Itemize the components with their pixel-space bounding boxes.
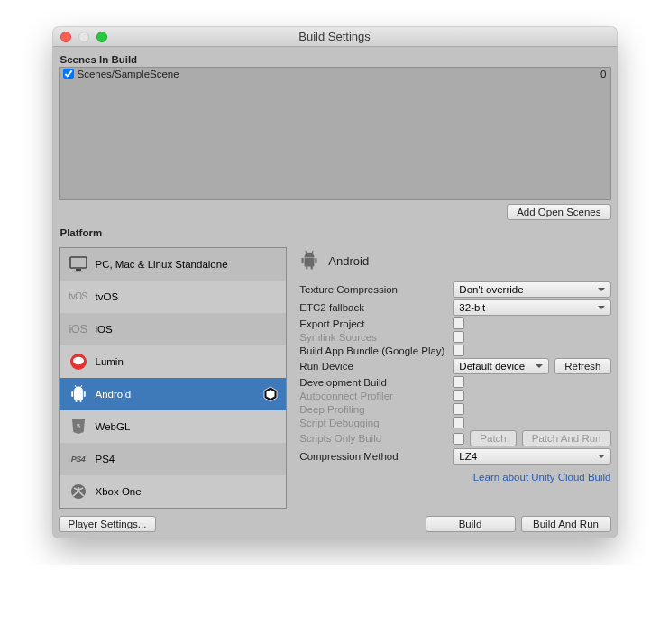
label-script-debugging: Script Debugging [299, 418, 453, 428]
svg-rect-1 [76, 269, 81, 271]
platform-item-tvos[interactable]: tvOS tvOS [60, 281, 287, 313]
platform-item-ps4[interactable]: PS4 PS4 [60, 443, 287, 475]
platform-label: tvOS [96, 291, 119, 302]
monitor-icon [67, 256, 90, 272]
scene-index: 0 [600, 69, 606, 79]
svg-rect-2 [74, 271, 83, 271]
scene-checkbox[interactable] [63, 69, 74, 79]
platform-label: Xbox One [96, 486, 142, 497]
patch-button: Patch [470, 430, 516, 446]
scene-row[interactable]: Scenes/SampleScene 0 [60, 68, 610, 80]
xbox-icon [67, 483, 90, 500]
label-compression-method: Compression Method [299, 451, 453, 462]
scene-path: Scenes/SampleScene [78, 69, 179, 79]
html5-icon: 5 [67, 418, 90, 436]
label-deep-profiling: Deep Profiling [299, 404, 453, 415]
label-run-device: Run Device [299, 361, 453, 372]
label-development-build: Development Build [299, 377, 453, 388]
cloud-build-link[interactable]: Learn about Unity Cloud Build [473, 472, 611, 483]
platform-list: PC, Mac & Linux Standalone tvOS tvOS iOS… [59, 247, 288, 509]
ps4-icon: PS4 [67, 455, 90, 464]
svg-text:5: 5 [77, 423, 80, 429]
close-icon[interactable] [60, 32, 71, 42]
dropdown-etc2-fallback[interactable]: 32-bit [453, 299, 610, 316]
checkbox-symlink-sources [453, 331, 464, 343]
build-button[interactable]: Build [426, 516, 516, 532]
platform-label: iOS [96, 324, 113, 335]
svg-rect-7 [75, 399, 77, 402]
label-export-project: Export Project [299, 318, 453, 329]
svg-line-9 [75, 385, 77, 387]
refresh-button[interactable]: Refresh [554, 358, 610, 374]
checkbox-deep-profiling [453, 403, 464, 415]
label-symlink-sources: Symlink Sources [299, 332, 453, 343]
zoom-icon[interactable] [96, 32, 107, 42]
platform-detail: Android Texture Compression Don't overri… [299, 247, 610, 509]
android-icon [67, 384, 90, 404]
svg-rect-6 [83, 391, 85, 397]
platform-item-ios[interactable]: iOS iOS [60, 313, 287, 345]
label-scripts-only: Scripts Only Build [299, 433, 453, 444]
platform-label: PS4 [96, 454, 115, 465]
lumin-icon [67, 353, 90, 371]
label-build-app-bundle: Build App Bundle (Google Play) [299, 345, 453, 356]
svg-rect-18 [311, 265, 313, 269]
traffic-lights [53, 32, 107, 42]
platform-label: Android [96, 389, 132, 400]
dropdown-texture-compression[interactable]: Don't override [453, 281, 610, 298]
label-autoconnect-profiler: Autoconnect Profiler [299, 391, 453, 401]
platform-item-standalone[interactable]: PC, Mac & Linux Standalone [60, 248, 287, 281]
platform-label: WebGL [96, 421, 131, 432]
detail-platform-name: Android [328, 254, 369, 268]
window-title: Build Settings [53, 30, 617, 43]
platform-label: Lumin [96, 356, 124, 367]
svg-rect-16 [316, 258, 317, 264]
checkbox-export-project[interactable] [453, 317, 464, 329]
checkbox-script-debugging [453, 417, 464, 428]
svg-line-20 [312, 251, 314, 253]
unity-icon [262, 386, 279, 402]
svg-point-4 [73, 356, 84, 363]
platform-item-lumin[interactable]: Lumin [60, 345, 287, 378]
checkbox-scripts-only [453, 433, 464, 445]
build-and-run-button[interactable]: Build And Run [521, 516, 611, 532]
android-icon [299, 250, 319, 271]
platform-item-android[interactable]: Android [60, 378, 287, 410]
add-open-scenes-button[interactable]: Add Open Scenes [507, 204, 610, 220]
minimize-icon [78, 32, 89, 42]
label-etc2-fallback: ETC2 fallback [299, 302, 453, 313]
patch-and-run-button: Patch And Run [522, 430, 611, 446]
platform-item-webgl[interactable]: 5 WebGL [60, 410, 287, 443]
checkbox-development-build[interactable] [453, 376, 464, 388]
build-settings-window: Build Settings Scenes In Build Scenes/Sa… [53, 27, 617, 538]
platform-heading: Platform [60, 227, 611, 238]
label-texture-compression: Texture Compression [299, 284, 453, 295]
checkbox-build-app-bundle[interactable] [453, 345, 464, 356]
svg-rect-0 [70, 257, 87, 268]
titlebar: Build Settings [53, 27, 617, 47]
svg-rect-17 [307, 265, 308, 269]
tvos-icon: tvOS [67, 291, 90, 301]
player-settings-button[interactable]: Player Settings... [59, 516, 157, 532]
scenes-list[interactable]: Scenes/SampleScene 0 [59, 67, 611, 200]
svg-rect-8 [79, 399, 81, 402]
ios-icon: iOS [67, 322, 90, 336]
svg-line-19 [306, 251, 307, 253]
svg-rect-5 [71, 391, 73, 397]
scenes-heading: Scenes In Build [60, 54, 611, 65]
platform-label: PC, Mac & Linux Standalone [96, 259, 228, 270]
dropdown-run-device[interactable]: Default device [453, 358, 549, 374]
checkbox-autoconnect-profiler [453, 390, 464, 401]
svg-line-10 [80, 385, 82, 387]
svg-rect-15 [302, 258, 304, 264]
platform-item-xboxone[interactable]: Xbox One [60, 475, 287, 508]
dropdown-compression-method[interactable]: LZ4 [453, 448, 610, 465]
